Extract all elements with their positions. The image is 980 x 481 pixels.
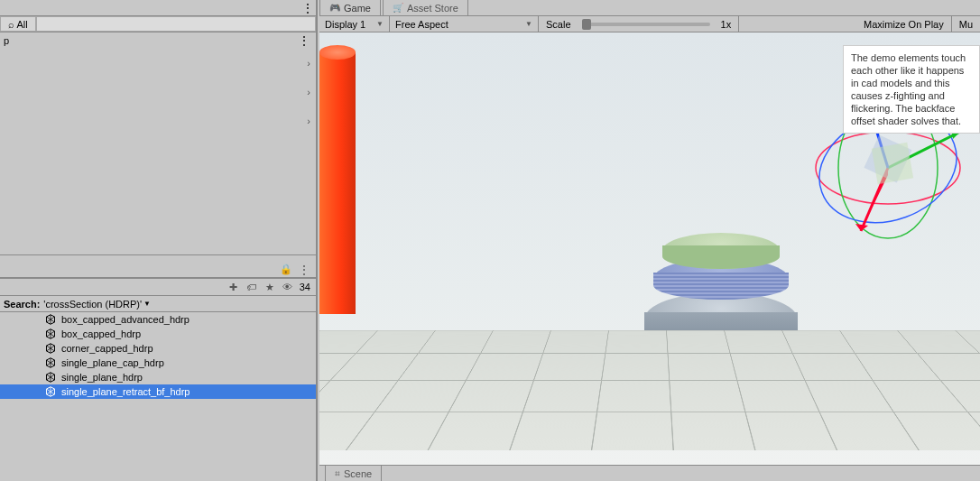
maximize-on-play-button[interactable]: Maximize On Play — [856, 16, 952, 32]
asset-row[interactable]: box_capped_hdrp — [0, 327, 316, 341]
asset-label: box_capped_advanced_hdrp — [61, 314, 190, 325]
hierarchy-collapsed-item[interactable]: › — [0, 106, 316, 135]
search-scope-button[interactable]: ⌕ All — [0, 16, 36, 32]
unity-asset-icon — [45, 343, 56, 354]
game-viewport[interactable]: The demo elements touch each other like … — [319, 32, 980, 465]
mute-audio-button[interactable]: Mu — [952, 16, 980, 32]
backface-label: Backfa — [947, 353, 975, 364]
hierarchy-tree[interactable]: p ⋮ › › › — [0, 32, 316, 254]
unity-asset-icon — [45, 386, 56, 397]
scene-green-disc — [662, 233, 780, 269]
svg-marker-5 — [855, 224, 868, 231]
right-panel: 🎮Game🛒Asset Store Display 1 ▼ Free Aspec… — [319, 0, 980, 481]
asset-label: single_plane_retract_bf_hdrp — [61, 386, 190, 397]
chevron-right-icon: › — [307, 116, 310, 126]
chevron-down-icon[interactable]: ▼ — [142, 300, 151, 308]
tab-game[interactable]: 🎮Game — [319, 0, 381, 15]
tab-icon: 🛒 — [393, 3, 403, 13]
visibility-icon[interactable]: 👁 — [280, 280, 296, 294]
view-tab-row: 🎮Game🛒Asset Store — [319, 0, 980, 16]
tab-icon: 🎮 — [329, 3, 340, 13]
game-toolbar: Display 1 ▼ Free Aspect ▼ Scale 1x Maxim… — [319, 16, 980, 32]
project-menu-icon[interactable]: ⋮ — [296, 264, 312, 276]
unity-asset-icon — [45, 372, 56, 383]
scene-red-cylinder — [319, 52, 356, 314]
project-search-row: Search: 'crossSection (HDRP)' ▼ — [0, 296, 316, 312]
tab-label: Asset Store — [407, 3, 458, 14]
hierarchy-header: ⋮ — [0, 0, 316, 16]
asset-label: single_plane_hdrp — [61, 372, 143, 383]
tab-label: Game — [344, 3, 371, 14]
scale-slider[interactable] — [578, 23, 714, 26]
backface-slider-knob[interactable] — [955, 367, 967, 380]
chevron-right-icon: › — [307, 58, 310, 69]
chevron-down-icon: ▼ — [376, 20, 384, 28]
asset-label: box_capped_hdrp — [61, 328, 141, 339]
search-icon: ⌕ — [8, 19, 14, 30]
unity-asset-icon — [45, 314, 56, 325]
tab-scene[interactable]: ⌗ Scene — [325, 465, 382, 481]
aspect-dropdown[interactable]: Free Aspect ▼ — [390, 16, 539, 32]
project-toolbar: ✚ 🏷 ★ 👁 34 — [0, 278, 316, 296]
project-search-label: Search: — [4, 299, 43, 310]
tag-icon[interactable]: 🏷 — [244, 280, 260, 294]
aspect-label: Free Aspect — [395, 19, 448, 30]
asset-row[interactable]: corner_capped_hdrp — [0, 341, 316, 356]
unity-asset-icon — [45, 357, 56, 368]
asset-row[interactable]: single_plane_retract_bf_hdrp — [0, 384, 316, 399]
asset-row[interactable]: single_plane_hdrp — [0, 370, 316, 384]
project-search-value[interactable]: 'crossSection (HDRP)' — [43, 299, 142, 310]
project-header: 🔒 ⋮ — [0, 262, 316, 278]
display-label: Display 1 — [325, 19, 365, 30]
favorite-icon[interactable]: ★ — [262, 280, 278, 294]
hierarchy-menu-icon[interactable]: ⋮ — [301, 4, 310, 13]
scale-value: 1x — [714, 16, 740, 32]
chevron-down-icon: ▼ — [525, 20, 532, 28]
asset-label: single_plane_cap_hdrp — [61, 357, 164, 368]
project-asset-list: box_capped_advanced_hdrpbox_capped_hdrpc… — [0, 312, 316, 399]
hierarchy-collapsed-item[interactable]: › — [0, 78, 316, 106]
bottom-tab-row: ⌗ Scene — [319, 465, 980, 481]
hierarchy-root-label: p — [4, 35, 9, 46]
slider-thumb[interactable] — [582, 19, 591, 30]
hierarchy-search-row: ⌕ All — [0, 16, 316, 32]
info-tooltip: The demo elements touch each other like … — [843, 45, 980, 134]
scale-label: Scale — [539, 19, 578, 30]
display-dropdown[interactable]: Display 1 ▼ — [319, 16, 390, 32]
scene-disc-stack — [617, 222, 816, 412]
asset-label: corner_capped_hdrp — [61, 343, 153, 354]
hierarchy-collapsed-item[interactable]: › — [0, 49, 316, 78]
visibility-count: 34 — [298, 282, 312, 292]
backface-offset-panel[interactable]: Backfa 0 — [942, 348, 980, 399]
svg-rect-11 — [872, 143, 913, 184]
scene-gray-disc — [644, 292, 798, 347]
watermark-text: https://blog.csdn.net/lihswwha — [818, 431, 975, 445]
scene-magenta-disc — [617, 339, 789, 402]
scene-tab-label: Scene — [344, 468, 372, 479]
hierarchy-root-row[interactable]: p ⋮ — [0, 32, 316, 49]
lock-icon[interactable]: 🔒 — [278, 264, 294, 276]
search-scope-label: All — [14, 19, 27, 30]
panel-splitter[interactable] — [0, 254, 316, 262]
tab-asset-store[interactable]: 🛒Asset Store — [383, 0, 468, 15]
hierarchy-root-menu-icon[interactable]: ⋮ — [298, 33, 310, 48]
asset-row[interactable]: box_capped_advanced_hdrp — [0, 312, 316, 327]
backface-value: 0 — [947, 384, 975, 394]
left-panel: ⋮ ⌕ All p ⋮ › › › 🔒 ⋮ ✚ 🏷 ★ 👁 34 Search:… — [0, 0, 318, 481]
unity-asset-icon — [45, 328, 56, 339]
add-icon[interactable]: ✚ — [226, 280, 242, 294]
asset-row[interactable]: single_plane_cap_hdrp — [0, 356, 316, 370]
chevron-right-icon: › — [307, 87, 310, 97]
hierarchy-search-input[interactable] — [36, 16, 316, 32]
scene-tab-icon: ⌗ — [335, 468, 340, 479]
